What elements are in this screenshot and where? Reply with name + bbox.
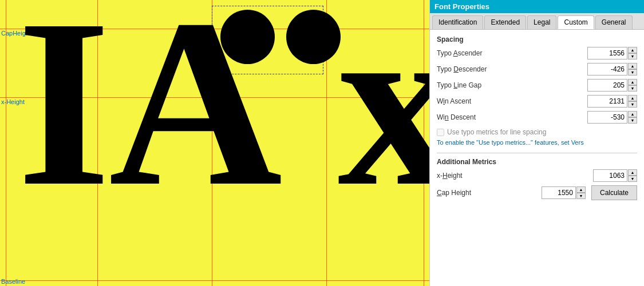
typo-linegap-down[interactable]: ▼ xyxy=(628,85,637,92)
v-guide-1 xyxy=(6,0,6,286)
typo-ascender-down[interactable]: ▼ xyxy=(628,53,637,59)
win-ascent-label: Win Ascent xyxy=(437,97,587,105)
typo-linegap-row: Typo Line Gap ▲ ▼ xyxy=(437,79,637,92)
tabs-container: Identification Extended Legal Custom Gen… xyxy=(430,13,644,30)
win-descent-up[interactable]: ▲ xyxy=(628,111,637,117)
typo-linegap-up[interactable]: ▲ xyxy=(628,79,637,85)
additional-metrics-section: Additional Metrics x-Height ▲ ▼ Cap Heig… xyxy=(437,158,637,200)
typo-ascender-label: Typo Ascender xyxy=(437,49,587,57)
typo-ascender-btns: ▲ ▼ xyxy=(628,47,637,59)
cap-height-up[interactable]: ▲ xyxy=(576,186,586,193)
x-height-up[interactable]: ▲ xyxy=(628,169,637,176)
panel-title: Font Properties xyxy=(430,0,644,13)
win-descent-spinner: ▲ ▼ xyxy=(587,111,637,124)
info-text: To enable the "Use typo metrics..." feat… xyxy=(437,138,637,147)
typo-linegap-btns: ▲ ▼ xyxy=(628,79,637,92)
typo-linegap-label: Typo Line Gap xyxy=(437,81,587,89)
divider xyxy=(437,153,637,153)
typo-descender-btns: ▲ ▼ xyxy=(628,63,637,76)
tab-legal[interactable]: Legal xyxy=(527,15,556,29)
typo-ascender-input[interactable] xyxy=(587,47,627,59)
cap-height-input[interactable] xyxy=(542,186,576,199)
win-ascent-down[interactable]: ▼ xyxy=(628,101,637,108)
win-ascent-row: Win Ascent ▲ ▼ xyxy=(437,95,637,108)
win-ascent-input[interactable] xyxy=(587,95,627,108)
typo-linegap-input[interactable] xyxy=(587,79,627,92)
tab-identification[interactable]: Identification xyxy=(432,15,483,29)
typo-linegap-spinner: ▲ ▼ xyxy=(587,79,637,92)
spacing-section-label: Spacing xyxy=(437,35,637,43)
font-canvas: CapHeight x-Height Baseline I A x xyxy=(0,0,429,286)
win-descent-down[interactable]: ▼ xyxy=(628,117,637,124)
letter-i: I xyxy=(17,0,110,223)
win-descent-label: Win Descent xyxy=(437,113,587,121)
typo-ascender-up[interactable]: ▲ xyxy=(628,47,637,53)
baseline-label: Baseline xyxy=(1,278,25,285)
win-descent-input[interactable] xyxy=(587,111,627,124)
cap-height-label: Cap Height xyxy=(437,189,542,197)
tab-general[interactable]: General xyxy=(595,15,633,29)
typo-descender-up[interactable]: ▲ xyxy=(628,63,637,69)
win-descent-row: Win Descent ▲ ▼ xyxy=(437,111,637,124)
typo-ascender-spinner: ▲ ▼ xyxy=(587,47,637,59)
additional-section-label: Additional Metrics xyxy=(437,158,637,166)
x-height-btns: ▲ ▼ xyxy=(628,169,637,182)
x-height-input[interactable] xyxy=(593,169,627,182)
baseline-guide xyxy=(0,280,429,281)
tab-extended[interactable]: Extended xyxy=(484,15,526,29)
win-ascent-btns: ▲ ▼ xyxy=(628,95,637,108)
panel-content: Spacing Typo Ascender ▲ ▼ Typo Descender… xyxy=(430,30,644,286)
x-height-down[interactable]: ▼ xyxy=(628,176,637,182)
typo-descender-input[interactable] xyxy=(587,63,627,76)
typo-metrics-checkbox[interactable] xyxy=(437,129,444,136)
win-descent-btns: ▲ ▼ xyxy=(628,111,637,124)
letter-partial: x xyxy=(338,0,429,223)
win-ascent-spinner: ▲ ▼ xyxy=(587,95,637,108)
circle-right xyxy=(286,10,341,64)
typo-descender-label: Typo Descender xyxy=(437,65,587,73)
cap-height-btns: ▲ ▼ xyxy=(576,186,586,199)
tab-custom[interactable]: Custom xyxy=(558,15,594,29)
letter-a: A xyxy=(109,0,282,223)
font-properties-panel: Font Properties Identification Extended … xyxy=(429,0,644,286)
typo-ascender-row: Typo Ascender ▲ ▼ xyxy=(437,47,637,59)
typo-metrics-checkbox-row: Use typo metrics for line spacing xyxy=(437,128,637,136)
cap-height-down[interactable]: ▼ xyxy=(576,193,586,199)
x-height-label: x-Height xyxy=(437,172,593,180)
x-height-spinner: ▲ ▼ xyxy=(593,169,637,182)
typo-metrics-label: Use typo metrics for line spacing xyxy=(447,128,546,136)
typo-descender-down[interactable]: ▼ xyxy=(628,69,637,76)
cap-height-row: Cap Height ▲ ▼ Calculate xyxy=(437,185,637,200)
typo-descender-row: Typo Descender ▲ ▼ xyxy=(437,63,637,76)
cap-height-spinner: ▲ ▼ xyxy=(542,186,586,199)
calculate-button[interactable]: Calculate xyxy=(591,185,637,200)
win-ascent-up[interactable]: ▲ xyxy=(628,95,637,101)
typo-descender-spinner: ▲ ▼ xyxy=(587,63,637,76)
x-height-row: x-Height ▲ ▼ xyxy=(437,169,637,182)
